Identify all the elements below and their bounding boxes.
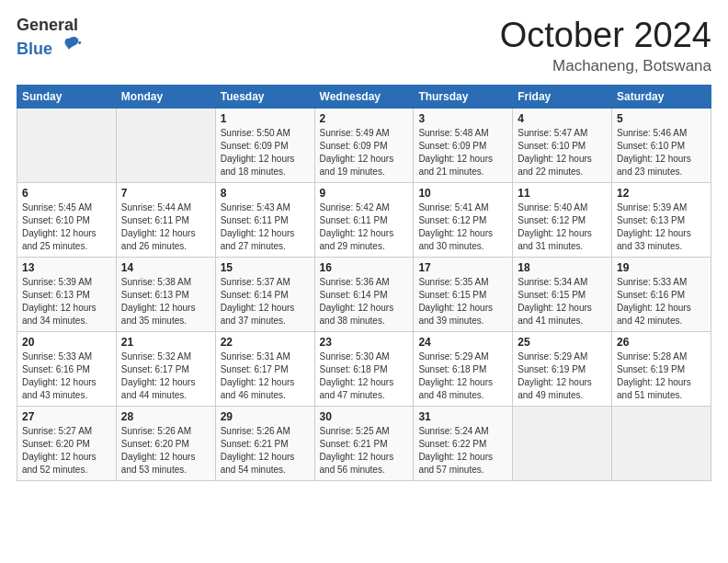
day-info: Sunrise: 5:32 AMSunset: 6:17 PMDaylight:… xyxy=(121,351,196,400)
calendar-cell: 31 Sunrise: 5:24 AMSunset: 6:22 PMDaylig… xyxy=(414,406,513,480)
day-info: Sunrise: 5:47 AMSunset: 6:10 PMDaylight:… xyxy=(518,128,592,177)
day-info: Sunrise: 5:35 AMSunset: 6:15 PMDaylight:… xyxy=(418,277,493,326)
calendar-cell: 11 Sunrise: 5:40 AMSunset: 6:12 PMDaylig… xyxy=(513,182,612,257)
calendar-cell: 18 Sunrise: 5:34 AMSunset: 6:15 PMDaylig… xyxy=(513,257,612,331)
day-info: Sunrise: 5:25 AMSunset: 6:21 PMDaylight:… xyxy=(320,426,394,475)
day-info: Sunrise: 5:38 AMSunset: 6:13 PMDaylight:… xyxy=(121,277,196,326)
logo-bird-icon xyxy=(56,33,82,62)
day-number: 25 xyxy=(518,336,607,349)
calendar-table: SundayMondayTuesdayWednesdayThursdayFrid… xyxy=(17,85,711,481)
calendar-cell: 3 Sunrise: 5:48 AMSunset: 6:09 PMDayligh… xyxy=(414,108,513,182)
day-info: Sunrise: 5:24 AMSunset: 6:22 PMDaylight:… xyxy=(418,426,493,475)
day-number: 30 xyxy=(320,410,409,423)
day-info: Sunrise: 5:49 AMSunset: 6:09 PMDaylight:… xyxy=(320,128,394,177)
day-number: 6 xyxy=(22,187,111,200)
calendar-cell: 19 Sunrise: 5:33 AMSunset: 6:16 PMDaylig… xyxy=(612,257,711,331)
day-number: 28 xyxy=(121,410,210,423)
day-number: 15 xyxy=(221,261,310,274)
day-number: 3 xyxy=(418,112,507,125)
day-info: Sunrise: 5:30 AMSunset: 6:18 PMDaylight:… xyxy=(320,351,394,400)
day-number: 22 xyxy=(221,336,310,349)
day-info: Sunrise: 5:26 AMSunset: 6:20 PMDaylight:… xyxy=(121,426,196,475)
calendar-cell: 26 Sunrise: 5:28 AMSunset: 6:19 PMDaylig… xyxy=(612,331,711,406)
day-number: 11 xyxy=(518,187,607,200)
day-number: 2 xyxy=(320,112,409,125)
calendar-cell: 21 Sunrise: 5:32 AMSunset: 6:17 PMDaylig… xyxy=(116,331,215,406)
day-number: 20 xyxy=(22,336,111,349)
day-info: Sunrise: 5:29 AMSunset: 6:19 PMDaylight:… xyxy=(518,351,592,400)
day-info: Sunrise: 5:33 AMSunset: 6:16 PMDaylight:… xyxy=(617,277,691,326)
calendar-cell xyxy=(612,406,711,480)
page: General Blue October 2024 Machaneng, Bot… xyxy=(0,0,728,563)
col-header-sunday: Sunday xyxy=(17,85,117,108)
calendar-cell: 27 Sunrise: 5:27 AMSunset: 6:20 PMDaylig… xyxy=(17,406,117,480)
day-info: Sunrise: 5:37 AMSunset: 6:14 PMDaylight:… xyxy=(221,277,295,326)
day-number: 19 xyxy=(617,261,706,274)
day-number: 8 xyxy=(221,187,310,200)
calendar-cell: 6 Sunrise: 5:45 AMSunset: 6:10 PMDayligh… xyxy=(17,182,117,257)
location-title: Machaneng, Botswana xyxy=(500,57,711,75)
day-number: 23 xyxy=(320,336,409,349)
day-info: Sunrise: 5:44 AMSunset: 6:11 PMDaylight:… xyxy=(121,202,196,251)
col-header-saturday: Saturday xyxy=(612,85,711,108)
day-number: 1 xyxy=(221,112,310,125)
day-info: Sunrise: 5:27 AMSunset: 6:20 PMDaylight:… xyxy=(22,426,97,475)
day-info: Sunrise: 5:39 AMSunset: 6:13 PMDaylight:… xyxy=(22,277,97,326)
calendar-cell: 22 Sunrise: 5:31 AMSunset: 6:17 PMDaylig… xyxy=(215,331,314,406)
col-header-tuesday: Tuesday xyxy=(215,85,314,108)
day-number: 4 xyxy=(518,112,607,125)
title-block: October 2024 Machaneng, Botswana xyxy=(500,17,711,75)
day-info: Sunrise: 5:43 AMSunset: 6:11 PMDaylight:… xyxy=(221,202,295,251)
calendar-cell: 28 Sunrise: 5:26 AMSunset: 6:20 PMDaylig… xyxy=(116,406,215,480)
day-number: 7 xyxy=(121,187,210,200)
day-number: 21 xyxy=(121,336,210,349)
day-info: Sunrise: 5:33 AMSunset: 6:16 PMDaylight:… xyxy=(22,351,97,400)
calendar-cell: 1 Sunrise: 5:50 AMSunset: 6:09 PMDayligh… xyxy=(215,108,314,182)
calendar-cell: 13 Sunrise: 5:39 AMSunset: 6:13 PMDaylig… xyxy=(17,257,117,331)
day-info: Sunrise: 5:34 AMSunset: 6:15 PMDaylight:… xyxy=(518,277,592,326)
calendar-cell: 23 Sunrise: 5:30 AMSunset: 6:18 PMDaylig… xyxy=(314,331,414,406)
day-number: 18 xyxy=(518,261,607,274)
day-info: Sunrise: 5:28 AMSunset: 6:19 PMDaylight:… xyxy=(617,351,691,400)
calendar-cell: 8 Sunrise: 5:43 AMSunset: 6:11 PMDayligh… xyxy=(215,182,314,257)
day-number: 17 xyxy=(418,261,507,274)
day-number: 26 xyxy=(617,336,706,349)
day-info: Sunrise: 5:31 AMSunset: 6:17 PMDaylight:… xyxy=(221,351,295,400)
calendar-cell: 30 Sunrise: 5:25 AMSunset: 6:21 PMDaylig… xyxy=(314,406,414,480)
calendar-cell: 24 Sunrise: 5:29 AMSunset: 6:18 PMDaylig… xyxy=(414,331,513,406)
calendar-cell: 5 Sunrise: 5:46 AMSunset: 6:10 PMDayligh… xyxy=(612,108,711,182)
logo-blue: Blue xyxy=(17,40,52,57)
day-number: 16 xyxy=(320,261,409,274)
calendar-cell: 16 Sunrise: 5:36 AMSunset: 6:14 PMDaylig… xyxy=(314,257,414,331)
calendar-cell xyxy=(17,108,117,182)
day-info: Sunrise: 5:48 AMSunset: 6:09 PMDaylight:… xyxy=(418,128,493,177)
calendar-cell: 9 Sunrise: 5:42 AMSunset: 6:11 PMDayligh… xyxy=(314,182,414,257)
day-info: Sunrise: 5:50 AMSunset: 6:09 PMDaylight:… xyxy=(221,128,295,177)
logo-general: General xyxy=(17,17,82,33)
day-info: Sunrise: 5:26 AMSunset: 6:21 PMDaylight:… xyxy=(221,426,295,475)
calendar-cell: 10 Sunrise: 5:41 AMSunset: 6:12 PMDaylig… xyxy=(414,182,513,257)
calendar-cell: 4 Sunrise: 5:47 AMSunset: 6:10 PMDayligh… xyxy=(513,108,612,182)
logo: General Blue xyxy=(17,17,82,63)
col-header-monday: Monday xyxy=(116,85,215,108)
day-number: 9 xyxy=(320,187,409,200)
header: General Blue October 2024 Machaneng, Bot… xyxy=(17,17,711,75)
calendar-cell: 12 Sunrise: 5:39 AMSunset: 6:13 PMDaylig… xyxy=(612,182,711,257)
calendar-cell: 14 Sunrise: 5:38 AMSunset: 6:13 PMDaylig… xyxy=(116,257,215,331)
day-info: Sunrise: 5:36 AMSunset: 6:14 PMDaylight:… xyxy=(320,277,394,326)
day-number: 10 xyxy=(418,187,507,200)
day-info: Sunrise: 5:29 AMSunset: 6:18 PMDaylight:… xyxy=(418,351,493,400)
day-number: 31 xyxy=(418,410,507,423)
calendar-cell: 29 Sunrise: 5:26 AMSunset: 6:21 PMDaylig… xyxy=(215,406,314,480)
day-number: 27 xyxy=(22,410,111,423)
calendar-cell: 20 Sunrise: 5:33 AMSunset: 6:16 PMDaylig… xyxy=(17,331,117,406)
calendar-cell: 15 Sunrise: 5:37 AMSunset: 6:14 PMDaylig… xyxy=(215,257,314,331)
calendar-cell: 25 Sunrise: 5:29 AMSunset: 6:19 PMDaylig… xyxy=(513,331,612,406)
day-info: Sunrise: 5:40 AMSunset: 6:12 PMDaylight:… xyxy=(518,202,592,251)
day-number: 12 xyxy=(617,187,706,200)
day-info: Sunrise: 5:41 AMSunset: 6:12 PMDaylight:… xyxy=(418,202,493,251)
col-header-thursday: Thursday xyxy=(414,85,513,108)
day-number: 24 xyxy=(418,336,507,349)
day-info: Sunrise: 5:42 AMSunset: 6:11 PMDaylight:… xyxy=(320,202,394,251)
day-info: Sunrise: 5:45 AMSunset: 6:10 PMDaylight:… xyxy=(22,202,97,251)
